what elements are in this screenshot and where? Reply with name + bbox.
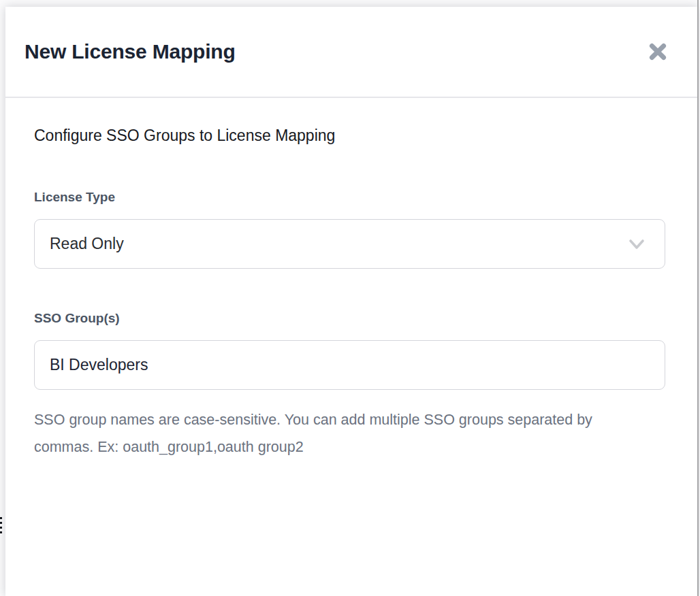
section-heading: Configure SSO Groups to License Mapping [34, 127, 665, 145]
sso-groups-field-group: SSO Group(s) SSO group names are case-se… [34, 311, 665, 461]
background-page-text-fragment [0, 517, 4, 536]
modal-body: Configure SSO Groups to License Mapping … [5, 127, 697, 461]
license-type-field-group: License Type Read Only [34, 190, 665, 269]
modal-title: New License Mapping [25, 40, 236, 63]
close-button[interactable] [646, 39, 670, 64]
page-background: New License Mapping Configure SSO Groups… [0, 0, 700, 596]
text-fragment-dash [0, 531, 2, 533]
license-type-label: License Type [34, 190, 665, 205]
new-license-mapping-modal: New License Mapping Configure SSO Groups… [5, 7, 697, 596]
text-fragment-dash [0, 527, 2, 529]
modal-header: New License Mapping [5, 7, 697, 98]
window-edge-line [697, 0, 699, 596]
text-fragment-dash [0, 522, 2, 524]
chevron-down-icon [628, 237, 646, 251]
license-type-selected-value: Read Only [50, 235, 124, 253]
license-type-select[interactable]: Read Only [34, 219, 665, 269]
x-icon [648, 42, 668, 62]
text-fragment-dash [0, 517, 2, 519]
sso-groups-label: SSO Group(s) [34, 311, 665, 326]
sso-groups-input[interactable] [34, 340, 665, 390]
sso-groups-help-text: SSO group names are case-sensitive. You … [34, 406, 633, 461]
